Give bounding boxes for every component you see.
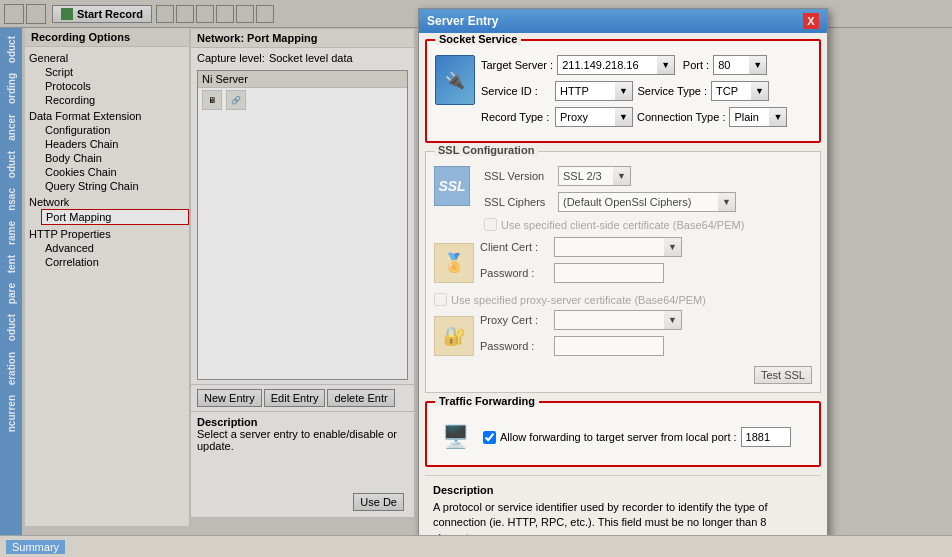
ssl-ciphers-label: SSL Ciphers xyxy=(484,196,554,208)
client-cert-group[interactable]: ▼ xyxy=(554,237,682,257)
traffic-icon: 🖥️ xyxy=(435,417,475,457)
ssl-config-section: SSL Configuration SSL SSL Version xyxy=(425,151,821,393)
ssl-ciphers-group[interactable]: ▼ xyxy=(558,192,736,212)
client-cert-row: Client Cert : ▼ xyxy=(480,237,812,257)
ssl-version-dropdown[interactable]: ▼ xyxy=(613,166,631,186)
test-ssl-area: Test SSL xyxy=(434,366,812,384)
record-type-input[interactable] xyxy=(555,107,615,127)
traffic-forward-checkbox[interactable] xyxy=(483,431,496,444)
client-cert-icon: 🏅 xyxy=(434,243,474,283)
client-cert-input[interactable] xyxy=(554,237,664,257)
service-type-label: Service Type : xyxy=(637,85,707,97)
proxy-password-input[interactable] xyxy=(554,336,664,356)
record-type-dropdown[interactable]: ▼ xyxy=(615,107,633,127)
client-cert-form: Client Cert : ▼ Password : xyxy=(480,237,812,289)
traffic-content: 🖥️ Allow forwarding to target server fro… xyxy=(427,403,819,465)
ssl-config-title: SSL Configuration xyxy=(434,144,538,156)
socket-service-title: Socket Service xyxy=(435,33,521,45)
port-label: Port : xyxy=(679,59,709,71)
client-password-row: Password : xyxy=(480,263,812,283)
test-ssl-button[interactable]: Test SSL xyxy=(754,366,812,384)
server-entry-dialog: Server Entry X Socket Service 🔌 xyxy=(418,8,828,548)
status-label: Summary xyxy=(6,540,65,554)
proxy-cert-check-label: Use specified proxy-server certificate (… xyxy=(451,294,706,306)
service-type-group[interactable]: ▼ xyxy=(711,81,769,101)
ssl-ciphers-input[interactable] xyxy=(558,192,718,212)
proxy-cert-row: Proxy Cert : ▼ xyxy=(480,310,812,330)
target-server-label: Target Server : xyxy=(481,59,553,71)
client-cert-field-label: Client Cert : xyxy=(480,241,550,253)
connection-type-label: Connection Type : xyxy=(637,111,725,123)
ssl-version-label: SSL Version xyxy=(484,170,554,182)
dialog-body: Socket Service 🔌 Target Server : xyxy=(419,33,827,543)
record-type-group[interactable]: ▼ xyxy=(555,107,633,127)
connection-type-input[interactable] xyxy=(729,107,769,127)
client-password-input[interactable] xyxy=(554,263,664,283)
proxy-cert-checkbox-row: Use specified proxy-server certificate (… xyxy=(434,293,812,306)
socket-icon: 🔌 xyxy=(435,55,475,105)
client-cert-label: Use specified client-side certificate (B… xyxy=(501,219,744,231)
client-cert-checkbox[interactable] xyxy=(484,218,497,231)
ssl-ciphers-row: SSL Ciphers ▼ xyxy=(484,192,812,212)
connection-type-group[interactable]: ▼ xyxy=(729,107,787,127)
port-dropdown[interactable]: ▼ xyxy=(749,55,767,75)
port-input-group[interactable]: ▼ xyxy=(713,55,767,75)
socket-service-content: 🔌 Target Server : ▼ Port : xyxy=(427,41,819,141)
proxy-cert-form: Proxy Cert : ▼ Password : xyxy=(480,310,812,362)
form-row-target-server: Target Server : ▼ Port : ▼ xyxy=(481,55,811,75)
dialog-titlebar: Server Entry X xyxy=(419,9,827,33)
form-row-record-type: Record Type : ▼ Connection Type : ▼ xyxy=(481,107,811,127)
ssl-config-content: SSL SSL Version ▼ xyxy=(426,152,820,392)
ssl-icon: SSL xyxy=(434,166,470,206)
record-type-label: Record Type : xyxy=(481,111,551,123)
service-type-input[interactable] xyxy=(711,81,751,101)
proxy-password-row: Password : xyxy=(480,336,812,356)
ssl-ciphers-dropdown[interactable]: ▼ xyxy=(718,192,736,212)
service-id-dropdown[interactable]: ▼ xyxy=(615,81,633,101)
traffic-port-input[interactable] xyxy=(741,427,791,447)
target-server-input-group[interactable]: ▼ xyxy=(557,55,675,75)
socket-service-section: Socket Service 🔌 Target Server : xyxy=(425,39,821,143)
proxy-cert-checkbox[interactable] xyxy=(434,293,447,306)
client-cert-dropdown[interactable]: ▼ xyxy=(664,237,682,257)
dialog-overlay: Server Entry X Socket Service 🔌 xyxy=(0,0,952,557)
service-id-group[interactable]: ▼ xyxy=(555,81,633,101)
dialog-footer: Description A protocol or service identi… xyxy=(425,475,821,543)
socket-form: Target Server : ▼ Port : ▼ xyxy=(481,55,811,133)
traffic-forward-label: Allow forwarding to target server from l… xyxy=(500,431,737,443)
client-password-label: Password : xyxy=(480,267,550,279)
service-id-label: Service ID : xyxy=(481,85,551,97)
target-server-input[interactable] xyxy=(557,55,657,75)
port-input[interactable] xyxy=(713,55,749,75)
dialog-title: Server Entry xyxy=(427,14,498,28)
service-id-input[interactable] xyxy=(555,81,615,101)
connection-type-dropdown[interactable]: ▼ xyxy=(769,107,787,127)
description-title: Description xyxy=(433,484,813,496)
service-type-dropdown[interactable]: ▼ xyxy=(751,81,769,101)
traffic-form: Allow forwarding to target server from l… xyxy=(483,427,791,447)
status-bar: Summary xyxy=(0,535,952,557)
ssl-form: SSL Version ▼ SSL Ciphers xyxy=(484,166,812,235)
proxy-cert-label: Proxy Cert : xyxy=(480,314,550,326)
ssl-version-group[interactable]: ▼ xyxy=(558,166,631,186)
traffic-forwarding-section: Traffic Forwarding 🖥️ Allow forwarding t… xyxy=(425,401,821,467)
proxy-cert-input[interactable] xyxy=(554,310,664,330)
proxy-cert-group[interactable]: ▼ xyxy=(554,310,682,330)
ssl-version-input[interactable] xyxy=(558,166,613,186)
traffic-forwarding-title: Traffic Forwarding xyxy=(435,395,539,407)
target-server-dropdown[interactable]: ▼ xyxy=(657,55,675,75)
form-row-service-id: Service ID : ▼ Service Type : ▼ xyxy=(481,81,811,101)
proxy-password-label: Password : xyxy=(480,340,550,352)
client-cert-checkbox-row: Use specified client-side certificate (B… xyxy=(484,218,812,231)
proxy-cert-dropdown[interactable]: ▼ xyxy=(664,310,682,330)
dialog-close-button[interactable]: X xyxy=(803,13,819,29)
proxy-cert-icon: 🔐 xyxy=(434,316,474,356)
ssl-version-row: SSL Version ▼ xyxy=(484,166,812,186)
